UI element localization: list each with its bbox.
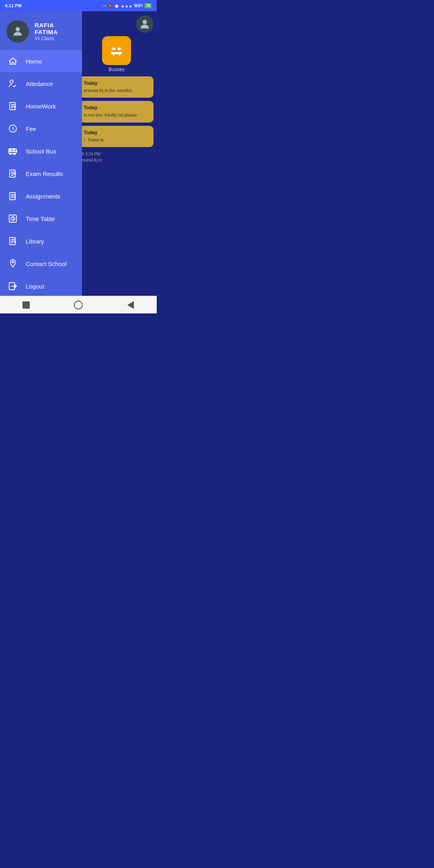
menu-label-assignments: Assignments — [26, 193, 60, 200]
status-time: 4:11 PM — [5, 3, 22, 8]
attendance-icon — [7, 78, 18, 89]
svg-point-19 — [10, 153, 11, 155]
footer-text: ersonal A) in — [80, 158, 154, 162]
busses-label: Busses — [80, 67, 154, 72]
menu-label-contact-school: Contact School — [26, 260, 67, 267]
triangle-icon — [127, 301, 134, 309]
svg-point-9 — [10, 80, 13, 83]
signal-dots: ··· — [103, 4, 106, 8]
back-button[interactable] — [123, 298, 138, 312]
svg-rect-7 — [111, 51, 122, 52]
menu-label-logout: Logout — [26, 283, 44, 290]
time-table-icon — [7, 213, 18, 224]
menu-item-contact-school[interactable]: Contact School — [0, 252, 82, 275]
logout-icon — [7, 280, 18, 292]
menu-label-home: Home — [26, 58, 42, 65]
home-icon — [7, 55, 18, 67]
menu-label-library: Library — [26, 238, 44, 245]
svg-rect-17 — [10, 149, 11, 151]
menu-item-assignments[interactable]: Assignments — [0, 185, 82, 207]
library-icon — [7, 235, 18, 247]
homework-icon — [7, 100, 18, 112]
menu-label-attendance: Attedance — [26, 80, 53, 87]
menu-label-homework: HomeWork — [26, 103, 56, 110]
user-section: RAFIA FATIMA VI Class — [0, 11, 82, 50]
menu-label-exam-results: Exam Results — [26, 170, 63, 177]
right-avatar-area — [80, 15, 154, 33]
menu-list: Home Attedance — [0, 50, 82, 296]
right-user-avatar — [136, 15, 154, 33]
svg-point-8 — [16, 27, 20, 31]
fee-icon: ₹ — [7, 123, 18, 134]
home-button[interactable] — [71, 298, 86, 312]
svg-rect-3 — [113, 48, 116, 50]
svg-rect-4 — [118, 48, 121, 50]
school-bus-icon — [7, 145, 18, 157]
bottom-navigation — [0, 296, 157, 313]
contact-school-icon — [7, 258, 18, 269]
menu-item-library[interactable]: Library — [0, 230, 82, 252]
menu-label-school-bus: School Bus — [26, 148, 56, 155]
menu-item-home[interactable]: Home — [0, 50, 82, 72]
footer-timestamp: 19 3:24 PM — [80, 150, 154, 158]
circle-icon — [74, 301, 83, 309]
svg-point-0 — [143, 20, 147, 24]
user-name: RAFIA FATIMA — [35, 22, 76, 35]
menu-item-fee[interactable]: ₹ Fee — [0, 117, 82, 140]
exam-results-icon — [7, 168, 18, 179]
svg-point-38 — [12, 261, 14, 263]
menu-item-homework[interactable]: HomeWork — [0, 95, 82, 117]
navigation-drawer: RAFIA FATIMA VI Class Home — [0, 11, 82, 296]
recent-apps-button[interactable] — [19, 298, 33, 312]
menu-item-school-bus[interactable]: School Bus — [0, 140, 82, 162]
status-icons: ··· 🔕 ⏰ ▲▲▲ WiFi 78 — [103, 3, 152, 8]
svg-text:₹: ₹ — [12, 127, 14, 131]
menu-item-attendance[interactable]: Attedance — [0, 72, 82, 95]
menu-item-time-table[interactable]: Time Table — [0, 207, 82, 230]
battery-indicator: 78 — [144, 3, 152, 8]
notification-card-3: Today ), Today is — [80, 126, 154, 147]
main-layout: Busses Today ersonal A) in the needful. … — [0, 11, 157, 296]
menu-item-exam-results[interactable]: Exam Results — [0, 162, 82, 185]
right-panel: Busses Today ersonal A) in the needful. … — [76, 11, 157, 296]
wifi-icon: WiFi — [134, 4, 143, 8]
busses-icon-box[interactable] — [102, 36, 131, 65]
svg-point-6 — [119, 54, 121, 56]
menu-label-fee: Fee — [26, 125, 36, 132]
bus-icon — [109, 43, 124, 58]
svg-line-33 — [13, 219, 14, 219]
user-avatar — [6, 20, 29, 43]
notification-card-1: Today ersonal A) in the needful. — [80, 76, 154, 98]
user-info: RAFIA FATIMA VI Class — [35, 22, 76, 41]
menu-item-logout[interactable]: Logout — [0, 275, 82, 296]
svg-point-20 — [14, 153, 15, 155]
mute-icon: 🔕 — [108, 4, 113, 8]
notification-card-2: Today is not ses. Kindly nd please — [80, 101, 154, 122]
svg-rect-18 — [13, 149, 14, 151]
user-class: VI Class — [35, 35, 76, 41]
signal-icon: ▲▲▲ — [121, 4, 133, 8]
status-bar: 4:11 PM ··· 🔕 ⏰ ▲▲▲ WiFi 78 — [0, 0, 157, 11]
alarm-icon: ⏰ — [114, 4, 119, 8]
menu-label-time-table: Time Table — [26, 215, 55, 222]
square-icon — [23, 301, 30, 309]
assignments-icon — [7, 190, 18, 202]
svg-point-5 — [113, 54, 115, 56]
